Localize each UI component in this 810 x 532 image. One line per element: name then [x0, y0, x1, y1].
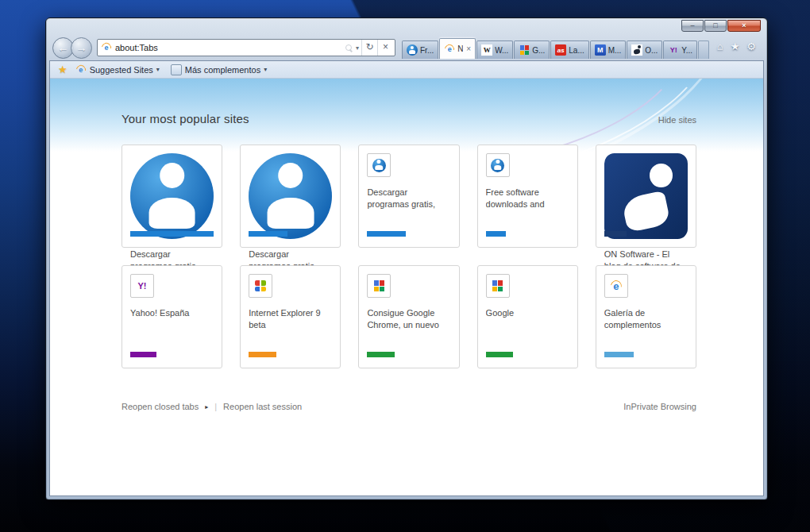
- site-title: Descargar programas gratis, software, fr…: [367, 187, 450, 210]
- chevron-down-icon: ▾: [156, 66, 160, 73]
- popularity-bar: [604, 352, 634, 357]
- popular-sites-grid: Descargar programas gratis, software, fr…: [122, 145, 696, 368]
- softonic-icon: [491, 159, 504, 172]
- favorites-item-label: Más complementos: [185, 65, 260, 75]
- softonic-icon: [249, 153, 332, 239]
- autocomplete-dropdown-icon[interactable]: ▾: [353, 44, 361, 52]
- site-tile[interactable]: Galería de complementos: [596, 265, 696, 368]
- popularity-bar: [604, 231, 627, 237]
- new-tab-button[interactable]: [698, 40, 709, 59]
- browser-tab-active[interactable]: N ×: [439, 38, 476, 59]
- home-icon[interactable]: ⌂: [717, 40, 723, 52]
- site-title: Galería de complementos: [604, 307, 688, 331]
- silhouette-icon: [631, 44, 642, 56]
- search-icon[interactable]: [345, 44, 353, 52]
- site-tile[interactable]: ON Software - El blog de software de Sof…: [596, 145, 696, 248]
- popularity-bar: [367, 352, 395, 357]
- yahoo-icon: [668, 44, 679, 56]
- page-title: Your most popular sites: [122, 112, 249, 125]
- desktop-background: – □ × ← → ▾ ↻ × Fr.: [0, 0, 810, 532]
- softonic-icon: [372, 159, 386, 172]
- ie-icon: [101, 42, 112, 53]
- gear-icon[interactable]: ⚙: [746, 40, 756, 52]
- add-favorite-star-icon[interactable]: ★: [58, 64, 68, 75]
- reopen-closed-tabs-link[interactable]: Reopen closed tabs: [122, 402, 199, 411]
- close-button[interactable]: ×: [727, 20, 761, 32]
- address-bar[interactable]: ▾ ↻ ×: [97, 39, 395, 56]
- popularity-bar: [249, 231, 287, 237]
- browser-tab[interactable]: G...: [514, 40, 550, 59]
- chevron-right-icon: ▸: [205, 403, 208, 411]
- popularity-bar: [486, 352, 514, 357]
- tab-label: O...: [645, 46, 658, 55]
- wikipedia-icon: [481, 44, 492, 56]
- address-input[interactable]: [112, 43, 345, 52]
- site-tile[interactable]: Descargar programas gratis, software, fr…: [240, 145, 341, 248]
- browser-client-area: ★ Suggested Sites ▾ Más complementos ▾: [49, 60, 764, 496]
- m-blue-icon: [595, 44, 606, 56]
- site-tile[interactable]: Yahoo! España: [122, 265, 222, 368]
- tab-label: Y...: [681, 46, 692, 55]
- site-tile[interactable]: Descargar programas gratis, software, fr…: [122, 145, 222, 248]
- reopen-last-session-link[interactable]: Reopen last session: [223, 402, 302, 411]
- favorites-icon[interactable]: ★: [731, 40, 740, 52]
- site-tile[interactable]: Google: [477, 265, 578, 368]
- tab-label: Fr...: [420, 46, 434, 55]
- onsoftware-icon: [604, 153, 688, 239]
- browser-tab[interactable]: O...: [627, 40, 662, 59]
- page-footer: Reopen closed tabs ▸ | Reopen last sessi…: [122, 402, 696, 411]
- favorites-item-mas-complementos[interactable]: Más complementos ▾: [168, 64, 270, 75]
- ie-icon: [609, 279, 623, 293]
- site-title: Free software downloads and revie...: [486, 187, 569, 210]
- browser-tab[interactable]: Y...: [663, 40, 697, 59]
- toolbar-actions: ⌂ ★ ⚙: [709, 40, 762, 55]
- tab-label: N: [457, 44, 463, 53]
- popularity-bar: [130, 352, 156, 357]
- as-red-icon: [555, 44, 566, 56]
- browser-window: – □ × ← → ▾ ↻ × Fr.: [45, 17, 768, 500]
- favorites-item-label: Suggested Sites: [90, 65, 153, 75]
- softonic-icon: [407, 44, 418, 56]
- hide-sites-link[interactable]: Hide sites: [658, 115, 696, 125]
- chevron-down-icon: ▾: [264, 66, 267, 73]
- tab-label: G...: [532, 46, 545, 55]
- inprivate-browsing-link[interactable]: InPrivate Browsing: [623, 402, 696, 411]
- favorites-item-suggested-sites[interactable]: Suggested Sites ▾: [72, 64, 163, 75]
- google-icon: [372, 279, 386, 293]
- site-title: Consigue Google Chrome, un nuevo y...: [367, 307, 450, 331]
- stop-button[interactable]: ×: [377, 40, 393, 56]
- ie-icon: [444, 44, 455, 55]
- windows-icon: [254, 279, 268, 293]
- tab-close-button[interactable]: ×: [465, 44, 471, 53]
- browser-tab[interactable]: W...: [476, 40, 513, 59]
- browser-tab[interactable]: La...: [550, 40, 588, 59]
- ie-icon: [75, 64, 87, 75]
- site-title: Google: [486, 307, 569, 319]
- browser-tab[interactable]: M...: [590, 40, 627, 59]
- popularity-bar: [486, 231, 506, 237]
- window-controls: – □ ×: [681, 20, 761, 32]
- new-tab-page: Your most popular sites Hide sites Desca…: [50, 79, 763, 495]
- browser-tab[interactable]: Fr...: [402, 40, 438, 59]
- tab-label: M...: [608, 46, 622, 55]
- tab-label: W...: [495, 46, 508, 55]
- popularity-bar: [367, 231, 405, 237]
- site-tile[interactable]: Internet Explorer 9 beta: [240, 265, 341, 368]
- favorites-bar: ★ Suggested Sites ▾ Más complementos ▾: [50, 61, 763, 79]
- site-tile[interactable]: Free software downloads and revie...: [477, 145, 578, 248]
- site-tile[interactable]: Descargar programas gratis, software, fr…: [358, 145, 459, 248]
- title-bar[interactable]: – □ ×: [49, 18, 764, 35]
- tab-label: La...: [569, 46, 584, 55]
- site-tile[interactable]: Consigue Google Chrome, un nuevo y...: [358, 265, 459, 368]
- refresh-button[interactable]: ↻: [361, 40, 377, 56]
- google-icon: [491, 279, 504, 293]
- tab-strip: Fr... N × W... G... La...: [402, 37, 709, 59]
- popularity-bar: [249, 352, 276, 357]
- navigation-toolbar: ← → ▾ ↻ × Fr... N: [49, 35, 764, 60]
- forward-button[interactable]: →: [71, 37, 92, 59]
- softonic-icon: [130, 153, 214, 239]
- popularity-bar: [130, 231, 214, 237]
- minimize-button[interactable]: –: [681, 20, 704, 32]
- google-icon: [519, 44, 530, 56]
- maximize-button[interactable]: □: [704, 20, 727, 32]
